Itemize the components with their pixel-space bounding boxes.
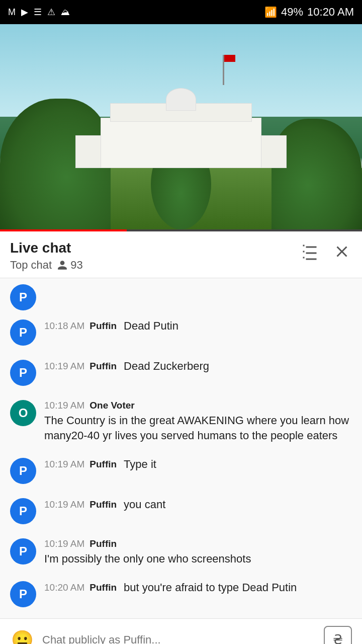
message-time: 10:19 AM [44, 400, 84, 411]
avatar: P [10, 458, 36, 484]
video-scene [0, 24, 362, 229]
wifi-icon: 📶 [264, 6, 277, 18]
building-main [101, 118, 261, 168]
close-button[interactable] [332, 242, 352, 262]
chat-messages: P P 10:18 AM Puffin Dead Putin P 10:19 A… [0, 278, 362, 618]
message-content: 10:19 AM One Voter The Country is in the… [44, 400, 352, 444]
list-item: P 10:19 AM Puffin you cant [0, 491, 362, 531]
message-time: 10:18 AM [44, 320, 84, 332]
message-content: 10:19 AM Puffin you cant [44, 498, 352, 511]
person-icon [57, 260, 68, 271]
send-icon: ₴ [333, 632, 343, 644]
message-content: 10:19 AM Puffin I'm possibly the only on… [44, 538, 352, 567]
chat-input[interactable] [42, 633, 316, 644]
message-author: Puffin [89, 459, 117, 470]
list-item: O 10:19 AM One Voter The Country is in t… [0, 393, 362, 451]
message-time: 10:19 AM [44, 361, 84, 372]
message-time: 10:19 AM [44, 459, 84, 470]
message-meta: 10:19 AM Puffin Dead Zuckerberg [44, 360, 352, 373]
video-building [75, 88, 287, 168]
building-dome [166, 88, 196, 111]
message-author: Puffin [89, 361, 117, 372]
list-item: P [0, 282, 362, 312]
message-meta: 10:20 AM Puffin but you're afraid to typ… [44, 581, 352, 594]
message-meta: 10:19 AM Puffin [44, 538, 352, 549]
avatar: O [10, 400, 36, 426]
flag-pole [223, 55, 224, 85]
list-item: P 10:18 AM Puffin Dead Putin [0, 312, 362, 353]
message-text: Dead Putin [124, 319, 178, 333]
list-item: P 10:19 AM Puffin I'm possibly the only … [0, 531, 362, 574]
status-bar: M ▶ ☰ ⚠ ⛰ 📶 49% 10:20 AM [0, 0, 362, 24]
filter-button[interactable] [300, 242, 320, 262]
clock: 10:20 AM [307, 6, 354, 19]
message-text: The Country is in the great AWAKENING wh… [44, 413, 352, 444]
status-bar-left: M ▶ ☰ ⚠ ⛰ [8, 7, 71, 18]
message-author: One Voter [89, 400, 134, 411]
avatar: P [10, 498, 36, 524]
message-text: you cant [124, 498, 165, 511]
list-item: P 10:20 AM Puffin but you're afraid to t… [0, 574, 362, 614]
message-content: 10:19 AM Puffin Type it [44, 458, 352, 471]
message-time: 10:19 AM [44, 538, 84, 549]
battery-level: 49% [281, 6, 303, 19]
message-author: Puffin [89, 538, 117, 549]
message-meta: 10:19 AM Puffin Type it [44, 458, 352, 471]
message-text: I'm possibly the only one who screenshot… [44, 551, 352, 567]
send-button[interactable]: ₴ [324, 626, 352, 644]
message-meta: 10:19 AM Puffin you cant [44, 498, 352, 511]
chat-input-bar: 😐 ₴ [0, 618, 362, 644]
viewer-count-number: 93 [70, 259, 82, 272]
viewer-count: 93 [57, 259, 82, 272]
message-text: Dead Zuckerberg [124, 360, 209, 373]
message-time: 10:19 AM [44, 499, 84, 510]
flag [224, 55, 235, 62]
chat-header-left: Live chat Top chat 93 [10, 239, 83, 272]
message-content: 10:19 AM Puffin Dead Zuckerberg [44, 360, 352, 373]
message-text: but you're afraid to type Dead Putin [124, 581, 297, 594]
message-text: Type it [124, 458, 156, 471]
message-meta: 10:19 AM One Voter [44, 400, 352, 411]
message-author: Puffin [89, 582, 117, 593]
list-item: P 10:19 AM Puffin Dead Zuckerberg [0, 353, 362, 393]
video-player[interactable] [0, 24, 362, 229]
avatar: P [10, 360, 36, 386]
top-chat-label[interactable]: Top chat [10, 259, 52, 272]
avatar: P [10, 581, 36, 607]
emoji-button[interactable]: 😐 [10, 628, 34, 644]
message-author: Puffin [89, 499, 117, 510]
list-item: P 10:19 AM Puffin Type it [0, 451, 362, 491]
top-chat-row: Top chat 93 [10, 259, 83, 272]
status-bar-right: 📶 49% 10:20 AM [264, 6, 354, 19]
live-chat-title: Live chat [10, 239, 83, 257]
message-author: Puffin [89, 320, 117, 332]
chat-header-actions [300, 239, 352, 262]
message-content: 10:20 AM Puffin but you're afraid to typ… [44, 581, 352, 594]
avatar: P [10, 538, 36, 565]
notification-icons: M ▶ ☰ ⚠ ⛰ [8, 7, 71, 18]
emoji-icon: 😐 [11, 629, 34, 644]
avatar: P [10, 284, 36, 310]
message-content: 10:18 AM Puffin Dead Putin [44, 319, 352, 333]
message-meta: 10:18 AM Puffin Dead Putin [44, 319, 352, 333]
message-time: 10:20 AM [44, 582, 84, 593]
chat-header: Live chat Top chat 93 [0, 231, 362, 278]
avatar: P [10, 319, 36, 346]
